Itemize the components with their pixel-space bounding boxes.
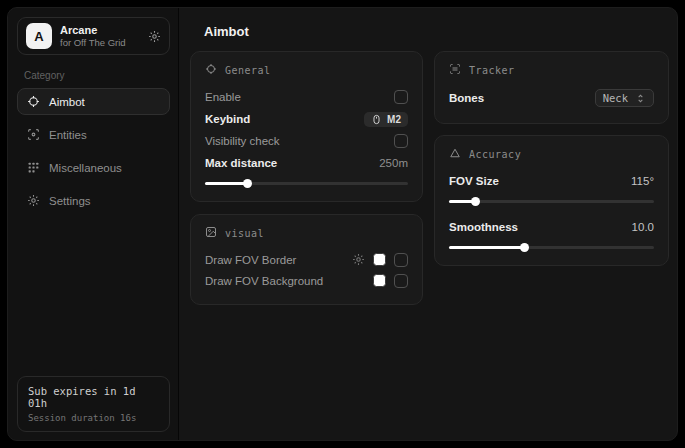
slider-thumb[interactable] — [243, 179, 252, 188]
keybind-value: M2 — [387, 114, 401, 125]
card-tracker: Tracker Bones Neck — [434, 51, 669, 124]
fov-background-color-swatch[interactable] — [373, 274, 386, 287]
max-distance-slider[interactable] — [205, 179, 408, 188]
slider-thumb[interactable] — [520, 243, 529, 252]
scan-lines-icon — [449, 63, 461, 77]
fov-size-value: 115° — [631, 175, 654, 187]
enable-label: Enable — [205, 91, 241, 103]
fov-size-label: FOV Size — [449, 175, 499, 187]
session-duration-text: Session duration 16s — [28, 413, 159, 423]
app-logo-text: Arcane for Off The Grid — [60, 24, 140, 48]
fov-size-slider[interactable] — [449, 197, 654, 206]
bones-label: Bones — [449, 92, 484, 104]
main-panel: Aimbot General Enable — [179, 8, 677, 440]
smoothness-value: 10.0 — [632, 221, 654, 233]
draw-fov-border-checkbox[interactable] — [394, 253, 408, 267]
bones-select[interactable]: Neck — [595, 89, 654, 107]
app-subtitle: for Off The Grid — [60, 37, 140, 48]
sidebar-item-settings[interactable]: Settings — [17, 187, 170, 214]
bones-selected-value: Neck — [603, 92, 628, 104]
sidebar-item-label: Aimbot — [49, 96, 85, 108]
keybind-label: Keybind — [205, 113, 250, 125]
app-window: A Arcane for Off The Grid Category Aimbo… — [7, 7, 678, 441]
sidebar-item-label: Settings — [49, 195, 91, 207]
sidebar: A Arcane for Off The Grid Category Aimbo… — [8, 8, 179, 440]
sub-expiry-text: Sub expires in 1d 01h — [28, 385, 159, 409]
image-icon — [205, 226, 217, 240]
gear-icon[interactable] — [352, 253, 365, 266]
grid-dots-icon — [27, 161, 40, 174]
card-title: Accuracy — [469, 149, 521, 160]
chevrons-up-down-icon — [635, 93, 646, 104]
sidebar-nav: Aimbot Entities Miscellaneous Settings — [17, 88, 170, 214]
enable-checkbox[interactable] — [394, 90, 408, 104]
triangle-icon — [449, 147, 461, 161]
visibility-check-checkbox[interactable] — [394, 134, 408, 148]
smoothness-slider[interactable] — [449, 243, 654, 252]
keybind-button[interactable]: M2 — [364, 112, 408, 127]
sidebar-item-label: Entities — [49, 129, 87, 141]
sidebar-item-entities[interactable]: Entities — [17, 121, 170, 148]
card-accuracy: Accuracy FOV Size 115° Smoothness 10.0 — [434, 135, 669, 266]
sidebar-item-miscellaneous[interactable]: Miscellaneous — [17, 154, 170, 181]
max-distance-label: Max distance — [205, 157, 277, 169]
category-label: Category — [24, 70, 170, 81]
card-title: Tracker — [469, 65, 515, 76]
gear-icon[interactable] — [148, 30, 161, 43]
card-title: General — [225, 65, 271, 76]
app-title: Arcane — [60, 24, 140, 36]
smoothness-label: Smoothness — [449, 221, 518, 233]
subscription-info: Sub expires in 1d 01h Session duration 1… — [17, 376, 170, 432]
sidebar-item-label: Miscellaneous — [49, 162, 122, 174]
card-visual: visual Draw FOV Border Draw F — [190, 214, 423, 305]
visibility-check-label: Visibility check — [205, 135, 280, 147]
draw-fov-border-label: Draw FOV Border — [205, 254, 296, 266]
draw-fov-background-checkbox[interactable] — [394, 274, 408, 288]
fov-border-color-swatch[interactable] — [373, 253, 386, 266]
card-title: visual — [225, 228, 264, 239]
draw-fov-background-label: Draw FOV Background — [205, 275, 323, 287]
max-distance-value: 250m — [379, 157, 408, 169]
crosshair-icon — [205, 63, 217, 77]
app-logo: A — [26, 23, 52, 49]
sidebar-item-aimbot[interactable]: Aimbot — [17, 88, 170, 115]
settings-gear-icon — [27, 194, 40, 207]
card-general: General Enable Keybind M2 — [190, 51, 423, 202]
scan-eye-icon — [27, 128, 40, 141]
mouse-icon — [371, 114, 382, 125]
page-title: Aimbot — [204, 24, 669, 39]
slider-thumb[interactable] — [471, 197, 480, 206]
crosshair-icon — [27, 95, 40, 108]
app-logo-card: A Arcane for Off The Grid — [17, 17, 170, 55]
